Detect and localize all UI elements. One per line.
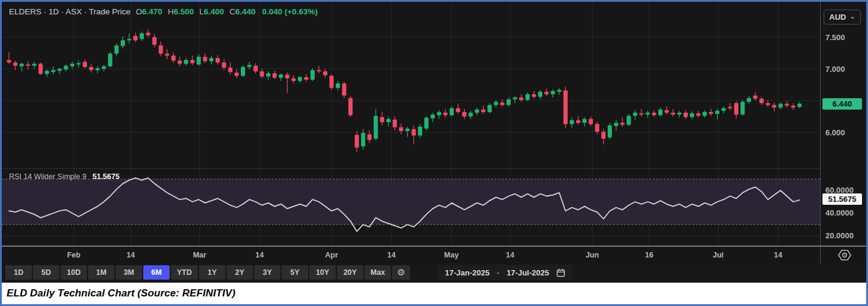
- time-axis[interactable]: Feb14Mar14Apr14May14Jun16Jul14: [2, 247, 820, 263]
- time-axis-label: Jun: [586, 251, 599, 259]
- chart-window: ELDERS · 1D · ASX · Trade Price O6.470H6…: [0, 0, 868, 306]
- legend-ohlc-pair: O6.470: [136, 7, 162, 16]
- range-button-ytd[interactable]: YTD: [171, 265, 198, 280]
- price-pane[interactable]: ELDERS · 1D · ASX · Trade Price O6.470H6…: [2, 2, 820, 168]
- time-axis-label: 14: [255, 251, 264, 259]
- date-range-picker[interactable]: 17-Jan-2025 - 17-Jul-2025: [438, 265, 572, 280]
- date-separator: -: [497, 268, 499, 277]
- last-price-badge: 6.440: [822, 98, 862, 110]
- price-tick-label: 6.000: [825, 128, 845, 137]
- legend-ohlc-pair: C6.440: [230, 7, 256, 16]
- range-button-5y[interactable]: 5Y: [282, 265, 308, 280]
- currency-label: AUD: [829, 13, 846, 22]
- pane-resize-handle[interactable]: [2, 246, 866, 247]
- time-axis-label: Feb: [67, 251, 80, 259]
- time-axis-label: 14: [387, 251, 396, 259]
- price-tick-label: 7.000: [825, 65, 845, 74]
- price-tick-label: 7.500: [825, 33, 845, 42]
- rsi-chart: [2, 169, 820, 246]
- time-axis-label: Jul: [713, 251, 724, 259]
- range-button-max[interactable]: Max: [364, 265, 391, 280]
- range-button-10d[interactable]: 10D: [61, 265, 87, 280]
- legend-change: 0.040 (+0.63%): [262, 7, 318, 16]
- range-toolbar: 1D5D10D1M3M6MYTD1Y2Y3Y5Y10Y20YMax ⚙ 17-J…: [2, 263, 866, 281]
- price-axis-column[interactable]: AUD ⌄ 7.5007.0006.5006.000 60.000040.000…: [820, 2, 867, 263]
- range-button-2y[interactable]: 2Y: [227, 265, 253, 280]
- time-axis-label: 14: [506, 251, 514, 259]
- range-button-1m[interactable]: 1M: [88, 265, 114, 280]
- chart-legend: ELDERS · 1D · ASX · Trade Price O6.470H6…: [9, 7, 318, 16]
- gear-icon[interactable]: ⚙: [392, 265, 410, 280]
- range-button-1d[interactable]: 1D: [5, 265, 32, 280]
- time-axis-label: 14: [774, 251, 782, 259]
- time-axis-label: Mar: [193, 251, 206, 259]
- rsi-current-value: 51.5675: [92, 172, 119, 181]
- range-button-3y[interactable]: 3Y: [254, 265, 281, 280]
- rsi-pane[interactable]: RSI 14 Wilder Simple 9 51.5675: [2, 168, 820, 246]
- rsi-tick-label: 40.0000: [825, 208, 854, 217]
- legend-ohlc: O6.470H6.500L6.400C6.440: [136, 7, 256, 16]
- candlestick-chart: [2, 2, 820, 168]
- legend-ohlc-pair: H6.500: [168, 7, 194, 16]
- rsi-value-badge: 51.5675: [822, 193, 862, 205]
- time-axis-label: May: [444, 251, 459, 259]
- rsi-title: RSI 14 Wilder Simple 9 51.5675: [9, 172, 119, 181]
- rsi-tick-label: 20.0000: [825, 231, 854, 240]
- range-button-3m[interactable]: 3M: [116, 265, 142, 280]
- calendar-icon: [556, 268, 565, 277]
- range-button-5d[interactable]: 5D: [33, 265, 59, 280]
- caption-bar: ELD Daily Technical Chart (Source: REFIN…: [2, 281, 866, 304]
- date-to: 17-Jul-2025: [507, 268, 549, 277]
- scope-target-icon[interactable]: [836, 249, 853, 262]
- caption-text: ELD Daily Technical Chart (Source: REFIN…: [2, 287, 236, 299]
- range-button-10y[interactable]: 10Y: [309, 265, 336, 280]
- range-buttons: 1D5D10D1M3M6MYTD1Y2Y3Y5Y10Y20YMax: [5, 265, 392, 280]
- legend-title: ELDERS · 1D · ASX · Trade Price: [9, 7, 131, 16]
- legend-ohlc-pair: L6.400: [199, 7, 224, 16]
- time-axis-label: 16: [645, 251, 653, 259]
- range-button-20y[interactable]: 20Y: [337, 265, 363, 280]
- time-axis-label: 14: [126, 251, 135, 259]
- time-axis-label: Apr: [325, 251, 338, 259]
- rsi-title-label: RSI 14 Wilder Simple 9: [9, 172, 86, 181]
- range-button-1y[interactable]: 1Y: [199, 265, 225, 280]
- currency-selector[interactable]: AUD ⌄: [824, 10, 861, 25]
- date-from: 17-Jan-2025: [445, 268, 489, 277]
- range-button-6m[interactable]: 6M: [143, 265, 170, 280]
